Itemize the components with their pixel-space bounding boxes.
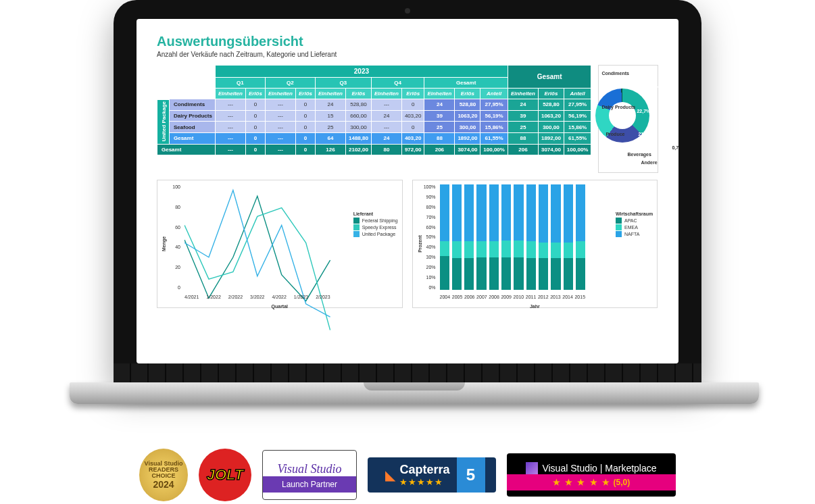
laptop-deck: [70, 382, 759, 404]
badge-vs-launch-partner: Visual Studio Launch Partner: [262, 450, 357, 500]
marketplace-title: Visual Studio | Marketplace: [542, 463, 656, 474]
lp-bottom: Launch Partner: [263, 476, 356, 493]
bar-x-label: Jahr: [530, 304, 540, 309]
capterra-stars: ★★★★★: [399, 477, 449, 487]
badge-vs-marketplace: Visual Studio | Marketplace ★ ★ ★ ★ ★ (5…: [507, 453, 676, 497]
badge-capterra: ◣ Capterra ★★★★★ 5: [368, 457, 496, 493]
page-title: Auswertungsübersicht: [157, 34, 658, 49]
lp-top: Visual Studio: [277, 458, 341, 476]
laptop-keyboard: [114, 363, 701, 382]
report-page: Auswertungsübersicht Anzahl der Verkäufe…: [137, 19, 678, 316]
capterra-score: 5: [457, 457, 485, 493]
line-chart-lieferant: 100806040200 Menge 4/20211/20222/20223/2…: [157, 180, 403, 308]
readers-choice-label: READERS CHOICE: [139, 467, 188, 480]
award-badges: Visual Studio READERS CHOICE 2024 JOLT V…: [139, 449, 676, 501]
pivot-table: 2023GesamtQ1Q2Q3Q4GesamtEinheitenErlösEi…: [157, 65, 591, 155]
badge-readers-choice: Visual Studio READERS CHOICE 2024: [139, 449, 188, 501]
marketplace-stars: ★ ★ ★ ★ ★: [553, 478, 611, 487]
laptop-screen: Auswertungsübersicht Anzahl der Verkäufe…: [137, 19, 678, 363]
laptop-bezel: Auswertungsübersicht Anzahl der Verkäufe…: [114, 0, 701, 384]
capterra-name: Capterra: [399, 463, 449, 477]
readers-choice-year: 2024: [153, 480, 174, 490]
laptop-frame: Auswertungsübersicht Anzahl der Verkäufe…: [70, 0, 745, 404]
line-y-label: Menge: [162, 236, 166, 251]
vs-logo-icon: [526, 462, 538, 474]
stacked-bar-wirtschaftsraum: 100%90%80%70%60%50%40%30%20%10%0% Prozen…: [412, 180, 658, 308]
category-share-donut: Condiments37,5%Dairy Products22,7%Produc…: [598, 65, 658, 173]
bar-y-label: Prozent: [418, 235, 422, 253]
marketplace-score: (5,0): [614, 478, 631, 487]
jolt-text: JOLT: [207, 468, 244, 482]
capterra-arrow-icon: ◣: [385, 467, 395, 483]
badge-jolt: JOLT: [199, 449, 251, 501]
page-subtitle: Anzahl der Verkäufe nach Zeitraum, Kateg…: [157, 51, 658, 58]
line-x-label: Quartal: [272, 304, 289, 309]
